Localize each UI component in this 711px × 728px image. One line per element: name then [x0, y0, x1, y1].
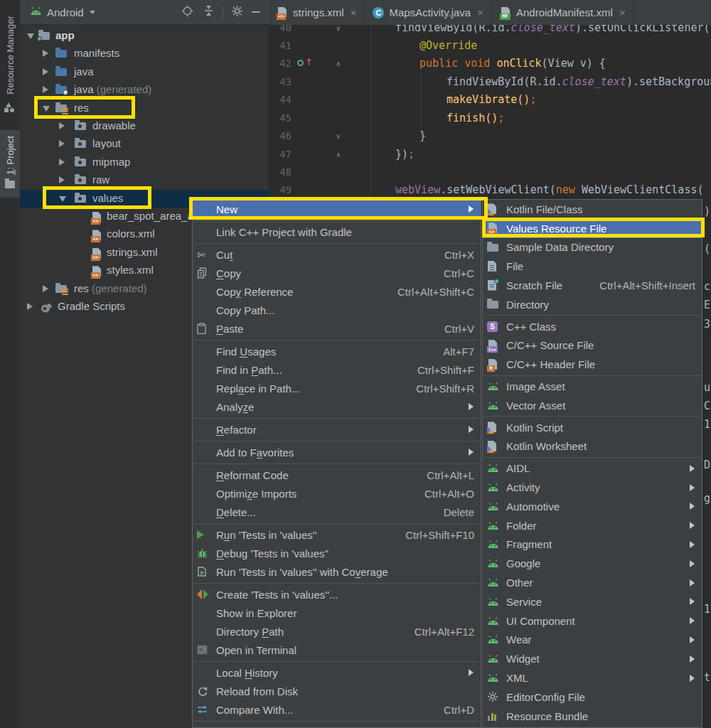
menu-item-refactor[interactable]: Refactor: [193, 420, 481, 439]
menu-item-paste[interactable]: PasteCtrl+V: [193, 319, 481, 338]
settings-gear-icon[interactable]: [231, 5, 243, 20]
menu-item-service[interactable]: Service: [483, 592, 702, 611]
menu-item-kotlin-worksheet[interactable]: Kotlin Worksheet: [483, 437, 702, 456]
tree-item-raw[interactable]: raw: [20, 171, 269, 189]
menu-item-folder[interactable]: Folder: [483, 516, 702, 535]
menu-item-scratch-file[interactable]: Scratch FileCtrl+Alt+Shift+Insert: [483, 276, 702, 295]
menu-item-copy-reference[interactable]: Copy ReferenceCtrl+Alt+Shift+C: [193, 282, 481, 301]
tree-item-layout[interactable]: layout: [20, 135, 269, 153]
tree-item-drawable[interactable]: drawable: [20, 117, 269, 135]
menu-item-find-usages[interactable]: Find UsagesAlt+F7: [193, 342, 481, 360]
fold-marker-icon[interactable]: ∧: [334, 146, 343, 164]
hide-panel-icon[interactable]: [252, 11, 260, 13]
menu-item-editorconfig-file[interactable]: EditorConfig File: [483, 687, 702, 707]
menu-item-delete-[interactable]: Delete...Delete: [193, 503, 481, 521]
tree-expanded-arrow[interactable]: [43, 106, 50, 112]
menu-item-kotlin-file-class[interactable]: Kotlin File/Class: [483, 200, 702, 219]
code-line-42: public void onClick(View v) {: [419, 55, 606, 73]
tree-expanded-arrow[interactable]: [59, 196, 66, 202]
tree-item-label: drawable: [92, 119, 136, 132]
tree-collapsed-arrow[interactable]: [43, 68, 48, 75]
menu-item-image-asset[interactable]: Image Asset: [483, 377, 702, 396]
stripe-project-button[interactable]: 1: Project: [0, 130, 20, 198]
selector-dropdown-arrow[interactable]: [90, 11, 95, 14]
android-view-icon: [30, 6, 42, 18]
editor-tab-strings-xml[interactable]: <>strings.xml×: [269, 0, 365, 25]
menu-item-xml[interactable]: XML: [483, 668, 702, 687]
menu-item-other[interactable]: Other: [483, 573, 702, 592]
menu-item-show-in-explorer[interactable]: Show in Explorer: [193, 604, 481, 622]
menu-item-activity[interactable]: Activity: [483, 478, 702, 497]
tree-expanded-arrow[interactable]: [27, 33, 34, 39]
menu-item-sample-data-directory[interactable]: Sample Data Directory: [483, 238, 702, 257]
menu-item-file[interactable]: File: [483, 257, 702, 276]
menu-item-directory[interactable]: Directory: [483, 295, 702, 314]
line-number: 48: [269, 164, 292, 181]
tree-collapsed-arrow[interactable]: [59, 122, 65, 129]
editor-tab-mapsactivity-java[interactable]: CMapsActivity.java×: [365, 0, 492, 25]
tree-item-res[interactable]: res: [20, 100, 269, 117]
menu-item-ui-component[interactable]: UI Component: [483, 611, 702, 631]
menu-item-resource-bundle[interactable]: Resource Bundle: [483, 707, 702, 726]
menu-item-replace-in-path-[interactable]: Replace in Path...Ctrl+Shift+R: [193, 379, 481, 397]
tree-item-java[interactable]: java (generated): [20, 81, 269, 99]
menu-item-google[interactable]: Google: [483, 554, 702, 573]
tab-close-icon[interactable]: ×: [619, 6, 626, 18]
tree-collapsed-arrow[interactable]: [59, 176, 65, 183]
menu-item-cut[interactable]: ✄CutCtrl+X: [193, 245, 481, 264]
menu-item-directory-path[interactable]: Directory PathCtrl+Alt+F12: [193, 622, 481, 641]
menu-item-new[interactable]: New: [193, 200, 481, 218]
menu-item-add-to-favorites[interactable]: Add to Favorites: [193, 443, 481, 461]
tree-collapsed-arrow[interactable]: [59, 140, 65, 147]
cppheader-icon: H: [487, 359, 498, 370]
menu-item-optimize-imports[interactable]: Optimize ImportsCtrl+Alt+O: [193, 484, 481, 503]
project-view-selector[interactable]: Android: [47, 6, 84, 18]
cppsource-icon: C++: [487, 340, 498, 351]
menu-item-values-resource-file[interactable]: <>Values Resource File: [483, 219, 702, 238]
menu-item-analyze[interactable]: Analyze: [193, 397, 481, 416]
menu-item-c-c-header-file[interactable]: HC/C++ Header File: [483, 355, 702, 374]
tree-item-manifests[interactable]: manifests: [20, 45, 269, 63]
editor-tab-androidmanifest-xml[interactable]: MFAndroidManifest.xml×: [492, 0, 634, 25]
tab-close-icon[interactable]: ×: [477, 6, 483, 18]
tree-collapsed-arrow[interactable]: [43, 86, 48, 93]
locate-file-icon[interactable]: [181, 5, 193, 20]
menu-item-reload-from-disk[interactable]: Reload from Disk: [193, 682, 481, 700]
menu-item-kotlin-script[interactable]: Kotlin Script: [483, 418, 702, 437]
menu-item-vector-asset[interactable]: Vector Asset: [483, 396, 702, 415]
menu-item-copy-path-[interactable]: Copy Path...: [193, 301, 481, 319]
folder-icon: [487, 299, 498, 310]
collapse-all-icon[interactable]: [203, 5, 214, 19]
menu-item-aidl[interactable]: AIDL: [483, 459, 702, 478]
tree-item-java[interactable]: java: [20, 63, 269, 81]
menu-item-compare-with-[interactable]: Compare With...Ctrl+D: [193, 700, 481, 719]
tree-collapsed-arrow[interactable]: [43, 285, 48, 292]
menu-item-debug-tests-in-values-[interactable]: Debug 'Tests in 'values'': [193, 544, 481, 562]
menu-item-wear[interactable]: Wear: [483, 631, 702, 650]
menu-item-run-tests-in-values-[interactable]: Run 'Tests in 'values''Ctrl+Shift+F10: [193, 525, 481, 544]
menu-item-find-in-path-[interactable]: Find in Path...Ctrl+Shift+F: [193, 360, 481, 379]
menu-item-create-tests-in-values-[interactable]: Create 'Tests in 'values''...: [193, 585, 481, 604]
menu-item-automotive[interactable]: Automotive: [483, 497, 702, 516]
android-icon: [487, 654, 499, 663]
menu-item-label: Delete...: [216, 506, 256, 518]
tree-item-app[interactable]: app: [20, 27, 269, 45]
menu-item-run-tests-in-values-with-coverage[interactable]: Run 'Tests in 'values'' with Coverage: [193, 562, 481, 581]
menu-item-link-c-project-with-gradle[interactable]: Link C++ Project with Gradle: [193, 223, 481, 241]
stripe-resource-manager-button[interactable]: Resource Manager: [5, 13, 16, 98]
tree-collapsed-arrow[interactable]: [27, 303, 33, 310]
menu-item-local-history[interactable]: Local History: [193, 663, 481, 682]
menu-item-c-class[interactable]: SC++ Class: [483, 317, 702, 336]
tree-collapsed-arrow[interactable]: [59, 159, 65, 166]
tree-item-mipmap[interactable]: mipmap: [20, 154, 269, 171]
tree-collapsed-arrow[interactable]: [43, 50, 48, 57]
fold-marker-icon[interactable]: ∨: [334, 127, 343, 145]
fold-marker-icon[interactable]: ∧: [334, 55, 343, 73]
menu-item-fragment[interactable]: Fragment: [483, 535, 702, 555]
tab-close-icon[interactable]: ×: [351, 6, 357, 18]
menu-item-reformat-code[interactable]: Reformat CodeCtrl+Alt+L: [193, 466, 481, 484]
menu-item-open-in-terminal[interactable]: >_Open in Terminal: [193, 641, 481, 659]
menu-item-widget[interactable]: Widget: [483, 649, 702, 668]
menu-item-copy[interactable]: CopyCtrl+C: [193, 264, 481, 282]
menu-item-c-c-source-file[interactable]: C++C/C++ Source File: [483, 336, 702, 355]
